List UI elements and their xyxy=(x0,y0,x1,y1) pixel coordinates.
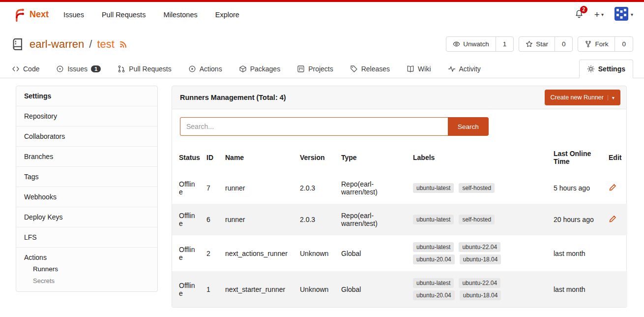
edit-runner-button[interactable] xyxy=(609,184,616,191)
runner-version: Unknown xyxy=(296,235,337,271)
fork-count[interactable]: 0 xyxy=(615,37,633,51)
tab-settings-label: Settings xyxy=(598,65,625,73)
user-menu[interactable]: ▾ xyxy=(615,7,633,23)
runner-labels: ubuntu-latest self-hosted xyxy=(413,183,520,193)
col-header-name: Name xyxy=(221,144,296,172)
unwatch-button[interactable]: Unwatch xyxy=(446,37,496,51)
avatar xyxy=(615,7,628,23)
table-row: Offline 7 runner 2.0.3 Repo(earl-warren/… xyxy=(172,172,627,204)
tab-packages-label: Packages xyxy=(250,65,280,73)
runner-type: Repo(earl-warren/test) xyxy=(337,172,409,204)
tab-code[interactable]: Code xyxy=(11,60,40,78)
star-icon xyxy=(526,40,533,48)
plus-icon: + xyxy=(594,9,600,20)
repo-tabs: Code Issues 1 Pull Requests Actions Pack… xyxy=(0,58,644,78)
chevron-down-icon: ▾ xyxy=(631,12,633,17)
col-header-type: Type xyxy=(337,144,409,172)
runner-labels: ubuntu-latest self-hosted xyxy=(413,215,520,224)
top-navbar: Next Issues Pull Requests Milestones Exp… xyxy=(0,0,644,27)
nav-item-milestones[interactable]: Milestones xyxy=(163,11,197,19)
sidebar-item-collaborators[interactable]: Collaborators xyxy=(16,127,157,147)
rss-feed-icon[interactable] xyxy=(119,40,128,48)
sidebar-item-runners[interactable]: Runners xyxy=(33,265,149,273)
nav-item-explore[interactable]: Explore xyxy=(215,11,239,19)
label-badge: ubuntu-latest xyxy=(413,278,454,288)
search-row: Search xyxy=(172,109,626,144)
label-badge: ubuntu-latest xyxy=(413,183,454,193)
label-badge: self-hosted xyxy=(459,215,495,224)
fork-icon xyxy=(585,40,592,48)
star-button[interactable]: Star xyxy=(519,37,555,51)
star-count[interactable]: 0 xyxy=(555,37,573,51)
sidebar-item-tags[interactable]: Tags xyxy=(16,167,157,187)
panel-title: Runners Management (Total: 4) xyxy=(180,94,286,101)
runner-last-online: last month xyxy=(550,235,605,271)
label-badge: ubuntu-18.04 xyxy=(460,290,501,300)
runner-name: next_actions_runner xyxy=(221,235,296,271)
search-input[interactable] xyxy=(180,117,448,136)
runner-name: next_starter_runner xyxy=(221,271,296,307)
tab-activity-label: Activity xyxy=(459,65,481,73)
sidebar-item-webhooks[interactable]: Webhooks xyxy=(16,187,157,207)
table-header-row: Status ID Name Version Type Labels Last … xyxy=(172,144,627,172)
tab-issues[interactable]: Issues 1 xyxy=(55,60,102,78)
repo-owner-link[interactable]: earl-warren xyxy=(29,38,84,51)
sidebar-item-secrets[interactable]: Secrets xyxy=(33,277,149,285)
runner-name: runner xyxy=(221,172,296,204)
sidebar-item-branches[interactable]: Branches xyxy=(16,147,157,167)
fork-button[interactable]: Fork xyxy=(578,37,615,51)
brand-name: Next xyxy=(29,9,49,20)
create-runner-button[interactable]: Create new Runner ▾ xyxy=(545,90,620,105)
watch-count[interactable]: 1 xyxy=(496,37,514,51)
tab-code-label: Code xyxy=(23,65,39,73)
runner-version: 2.0.3 xyxy=(296,172,337,204)
repo-icon xyxy=(11,37,25,51)
label-badge: ubuntu-latest xyxy=(413,215,454,224)
runner-id: 6 xyxy=(203,204,221,235)
runner-status: Offline xyxy=(172,271,203,307)
nav-item-pull-requests[interactable]: Pull Requests xyxy=(102,11,146,19)
col-header-id: ID xyxy=(203,144,221,172)
tab-pull-requests[interactable]: Pull Requests xyxy=(117,60,172,78)
tab-releases[interactable]: Releases xyxy=(349,60,391,78)
sidebar-item-actions[interactable]: Actions Runners Secrets xyxy=(16,248,157,291)
sidebar-item-repository[interactable]: Repository xyxy=(16,106,157,127)
sidebar-actions-label: Actions xyxy=(24,254,47,261)
content: Settings Repository Collaborators Branch… xyxy=(0,78,644,308)
runner-last-online: last month xyxy=(550,271,605,307)
runner-type: Repo(earl-warren/test) xyxy=(337,204,409,235)
search-button[interactable]: Search xyxy=(448,117,489,136)
tab-packages[interactable]: Packages xyxy=(238,60,281,78)
nav-item-issues[interactable]: Issues xyxy=(63,11,84,19)
star-button-group: Star 0 xyxy=(519,36,573,52)
label-badge: ubuntu-latest xyxy=(413,242,454,252)
notifications-button[interactable]: 2 xyxy=(575,9,584,20)
tab-settings[interactable]: Settings xyxy=(579,60,633,78)
runner-labels: ubuntu-latest ubuntu-22.04 ubuntu-20.04 … xyxy=(413,242,520,264)
tab-actions-label: Actions xyxy=(200,65,222,73)
create-new-menu[interactable]: + ▾ xyxy=(594,9,604,20)
runner-status: Offline xyxy=(172,172,203,204)
sidebar-item-deploy-keys[interactable]: Deploy Keys xyxy=(16,207,157,227)
runner-type: Global xyxy=(337,271,409,307)
nav-links: Issues Pull Requests Milestones Explore xyxy=(63,11,239,19)
settings-sidebar: Settings Repository Collaborators Branch… xyxy=(16,86,158,292)
tab-activity[interactable]: Activity xyxy=(447,60,482,78)
label-badge: ubuntu-22.04 xyxy=(459,242,500,252)
runner-id: 1 xyxy=(203,271,221,307)
tab-projects-label: Projects xyxy=(308,65,333,73)
runner-status: Offline xyxy=(172,204,203,235)
tab-actions[interactable]: Actions xyxy=(187,60,223,78)
repo-name-link[interactable]: test xyxy=(97,38,114,51)
tab-issues-label: Issues xyxy=(67,65,87,73)
sidebar-title: Settings xyxy=(16,86,157,106)
tab-projects[interactable]: Projects xyxy=(296,60,334,78)
tab-wiki[interactable]: Wiki xyxy=(406,60,432,78)
notification-count-badge: 2 xyxy=(580,6,587,13)
brand[interactable]: Next xyxy=(11,7,49,22)
sidebar-item-lfs[interactable]: LFS xyxy=(16,227,157,248)
watch-button-group: Unwatch 1 xyxy=(446,36,514,52)
edit-runner-button[interactable] xyxy=(609,215,616,223)
runner-last-online: 5 hours ago xyxy=(550,172,605,204)
runner-id: 7 xyxy=(203,172,221,204)
